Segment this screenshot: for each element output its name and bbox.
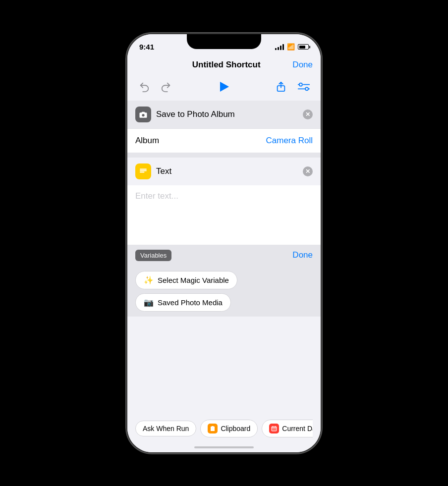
album-label: Album <box>135 136 159 146</box>
undo-button[interactable] <box>135 78 153 96</box>
wifi-icon: 📶 <box>287 43 295 51</box>
save-photo-body: Album Camera Roll <box>127 128 321 153</box>
text-action-header: Text ✕ <box>127 158 321 185</box>
nav-title: Untitled Shortcut <box>160 60 292 70</box>
ask-when-run-label: Ask When Run <box>143 425 189 432</box>
phone-frame: 9:41 📶 Untitled Shortcut Done <box>127 34 321 452</box>
camera-roll-button[interactable]: Camera Roll <box>266 136 313 146</box>
current-date-icon <box>269 424 279 433</box>
svg-rect-8 <box>272 427 277 431</box>
photo-media-icon: 📷 <box>144 298 154 307</box>
variables-done-button[interactable]: Done <box>292 250 313 260</box>
variables-section: Variables Done <box>127 245 321 266</box>
clipboard-icon <box>208 424 218 433</box>
current-date-chip[interactable]: Current Date <box>262 420 313 437</box>
settings-button[interactable] <box>295 78 313 96</box>
notch <box>187 34 261 49</box>
text-input-container[interactable]: Enter text... <box>127 185 321 245</box>
text-placeholder: Enter text... <box>135 191 178 201</box>
status-icons: 📶 <box>275 43 309 51</box>
toolbar <box>127 75 321 101</box>
text-action-close-button[interactable]: ✕ <box>303 166 313 176</box>
svg-point-7 <box>142 113 144 116</box>
play-button[interactable] <box>215 78 232 96</box>
text-card: Text ✕ Enter text... <box>127 158 321 245</box>
nav-bar: Untitled Shortcut Done <box>127 56 321 75</box>
magic-wand-icon: ✨ <box>144 275 154 285</box>
variables-content: ✨ Select Magic Variable 📷 Saved Photo Me… <box>127 266 321 317</box>
bottom-chips: Ask When Run Clipboard <box>135 420 313 437</box>
camera-icon <box>135 107 151 122</box>
save-photo-card: Save to Photo Album ✕ Album Camera Roll <box>127 101 321 153</box>
home-indicator <box>194 446 254 448</box>
saved-photo-media-button[interactable]: 📷 Saved Photo Media <box>135 293 231 312</box>
separator-1 <box>127 153 321 158</box>
svg-point-4 <box>305 87 308 90</box>
variables-badge: Variables <box>135 250 171 261</box>
clipboard-chip[interactable]: Clipboard <box>200 420 258 437</box>
current-date-label: Current Date <box>282 425 313 432</box>
text-icon <box>135 163 151 179</box>
header-done-button[interactable]: Done <box>292 60 313 70</box>
save-photo-header: Save to Photo Album ✕ <box>127 101 321 128</box>
select-magic-variable-button[interactable]: ✨ Select Magic Variable <box>135 271 237 289</box>
play-icon <box>220 82 229 92</box>
text-action-title: Text <box>156 166 303 176</box>
save-photo-close-button[interactable]: ✕ <box>303 109 313 119</box>
status-time: 9:41 <box>139 43 154 51</box>
clipboard-label: Clipboard <box>221 425 250 432</box>
share-button[interactable] <box>272 78 290 96</box>
save-photo-title: Save to Photo Album <box>156 109 303 119</box>
battery-icon <box>298 44 309 50</box>
svg-point-1 <box>299 83 302 86</box>
redo-button[interactable] <box>157 78 175 96</box>
ask-when-run-chip[interactable]: Ask When Run <box>135 421 196 436</box>
signal-bars-icon <box>275 44 284 50</box>
